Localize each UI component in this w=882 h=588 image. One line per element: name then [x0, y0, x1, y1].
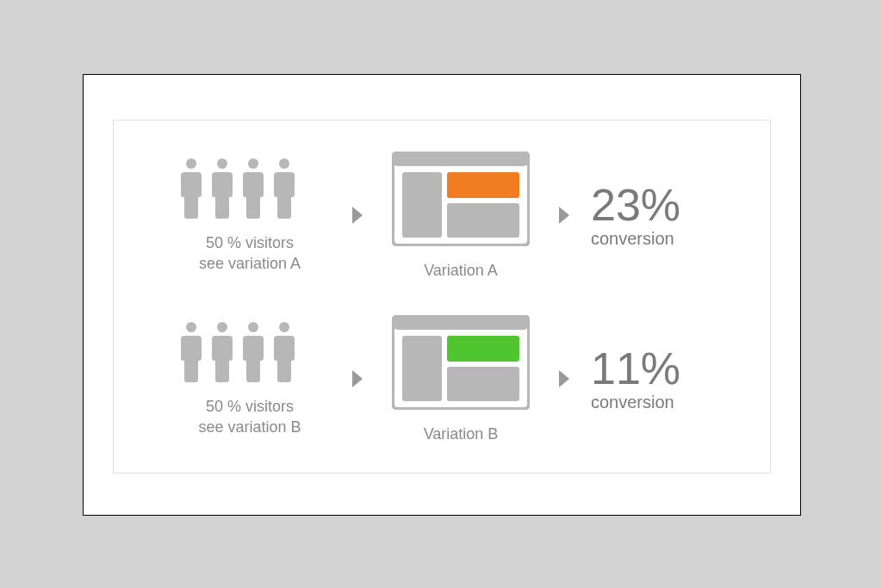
visitors-group-b: 50 % visitors see variation B — [164, 320, 336, 438]
variation-row-a: 50 % visitors see variation A Variation … — [114, 138, 770, 293]
accent-block — [447, 172, 519, 198]
conversion-pct: 11% — [591, 346, 763, 391]
mockup-wrap-b: Variation B — [379, 315, 543, 443]
people-icon — [181, 320, 319, 384]
svg-point-9 — [217, 322, 227, 332]
visitors-line1: 50 % visitors — [206, 398, 294, 415]
arrow-icon — [543, 368, 586, 389]
people-icon — [181, 157, 319, 220]
arrow-icon — [543, 205, 586, 226]
svg-point-1 — [217, 158, 227, 169]
visitors-line1: 50 % visitors — [206, 234, 294, 251]
conversion-a: 23% conversion — [591, 183, 763, 249]
svg-point-0 — [186, 158, 196, 169]
arrow-icon — [336, 205, 379, 226]
svg-rect-13 — [393, 316, 529, 330]
mockup-wrap-a: Variation A — [379, 152, 543, 280]
svg-rect-6 — [402, 172, 442, 238]
conversion-b: 11% conversion — [591, 346, 763, 412]
visitors-text-a: 50 % visitors see variation A — [164, 232, 336, 275]
diagram-card: 50 % visitors see variation A Variation … — [83, 74, 801, 516]
conversion-label: conversion — [591, 229, 763, 249]
variation-row-b: 50 % visitors see variation B Variation … — [114, 301, 770, 456]
svg-point-10 — [248, 322, 258, 332]
diagram-inner-frame: 50 % visitors see variation A Variation … — [113, 120, 771, 473]
visitors-line2: see variation B — [198, 418, 301, 436]
svg-point-11 — [279, 322, 289, 332]
mockup-label: Variation A — [379, 262, 543, 280]
visitors-line2: see variation A — [199, 255, 301, 272]
arrow-icon — [336, 368, 379, 389]
page-mockup-icon — [392, 152, 530, 246]
svg-rect-5 — [393, 152, 529, 166]
svg-point-3 — [279, 158, 289, 169]
conversion-label: conversion — [591, 393, 763, 412]
visitors-text-b: 50 % visitors see variation B — [164, 396, 336, 438]
accent-block — [447, 336, 519, 362]
page-mockup-icon — [392, 315, 530, 410]
svg-rect-15 — [447, 367, 519, 401]
svg-point-2 — [248, 158, 258, 169]
conversion-pct: 23% — [591, 183, 763, 227]
svg-rect-14 — [402, 336, 442, 401]
visitors-group-a: 50 % visitors see variation A — [164, 157, 336, 275]
svg-point-8 — [186, 322, 196, 332]
mockup-label: Variation B — [379, 425, 543, 443]
svg-rect-7 — [447, 203, 519, 238]
